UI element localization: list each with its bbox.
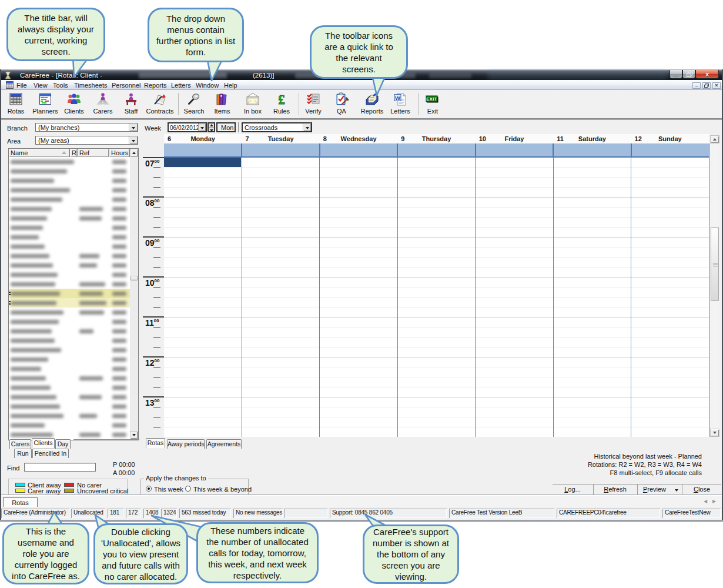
toolbar-planners-button[interactable]: Planners [30,92,61,115]
log-button[interactable]: Log... [553,485,593,495]
toolbar-staff-button[interactable]: Staff [116,92,146,115]
rotas-icon [1,92,31,107]
gutter-hour-line [143,236,164,238]
callout-text-line: the bottom of any [377,549,445,560]
toolbar-verify-button[interactable]: Verify [298,92,329,115]
scroll-down-button[interactable] [710,429,719,437]
scrollbar-thumb[interactable] [711,227,719,301]
callout-text-line: menus contain [167,24,225,35]
menu-window[interactable]: Window [195,81,220,89]
toolbar-letters-button[interactable]: WLetters [385,92,416,115]
tab-rotas[interactable]: Rotas [3,497,38,507]
close-button[interactable]: x [695,70,719,79]
gutter-hour-line [143,276,164,278]
rota-week-grid[interactable]: 6Monday7Tuesday8Wednesday9Thursday10Frid… [1,120,722,495]
close-button[interactable]: Close [682,485,721,495]
callout-text-line: respectively. [233,570,282,581]
tab-away-periods[interactable]: Away periods [167,439,205,449]
toolbar-label: Letters [385,108,416,115]
rota-document-icon[interactable] [6,81,14,89]
clients-icon [59,92,89,107]
day-name-saturday: Saturday [553,135,631,142]
gutter-quarter-tick [153,247,160,248]
scroll-right-icon[interactable]: ▶ [712,499,716,504]
window-border-left [0,69,1,522]
preview-button[interactable]: Preview [638,485,671,495]
selected-timeslot[interactable] [164,158,241,167]
menu-help[interactable]: Help [223,81,239,89]
toolbar-label: Planners [30,108,61,115]
toolbar-label: Staff [116,108,146,115]
callout-numbers: These numbers indicatethe number of unal… [196,522,319,583]
toolbar-items-button[interactable]: Items [207,92,237,115]
refresh-button[interactable]: Refresh [594,485,637,495]
gutter-quarter-tick [153,177,160,178]
gutter-quarter-tick [153,377,160,377]
menu-view[interactable]: View [32,81,49,89]
quarter-gridline [164,207,709,208]
scroll-left-icon[interactable]: ◀ [704,499,707,504]
action-buttons: Log...RefreshPreviewClose [553,484,721,494]
callout-text-line: are a quick link to [324,41,393,52]
callout-text-line: the relevant [336,52,381,64]
toolbar-carers-button[interactable]: Carers [88,92,118,115]
callout-text-line: further options in list [156,35,235,46]
grid-scrollbar[interactable] [710,135,719,437]
tab-rotas[interactable]: Rotas [146,438,165,448]
toolbar-qa-button[interactable]: QA [326,92,357,115]
hour-minutes: 00 [155,398,160,403]
toolbar-label: Verify [298,108,329,115]
toolbar-rules-button[interactable]: £Rules [266,92,297,115]
toolbar-contracts-button[interactable]: Contracts [145,92,175,115]
mdi-minimize-button[interactable]: – [692,82,701,89]
planners-icon [30,92,61,107]
gutter-quarter-tick [153,407,160,407]
minimize-button[interactable]: — [670,70,682,79]
callout-text-line: 'Unallocated', allows [101,537,180,549]
menu-tools[interactable]: Tools [52,81,69,89]
callout-text-line: The toolbar icons [325,30,393,41]
menu-file[interactable]: File [15,81,28,89]
callout-text-line: screens. [342,64,376,75]
exit-icon: EXIT [417,92,448,107]
window-border-bottom [0,520,723,522]
mdi-restore-button[interactable] [702,82,711,89]
svg-text:EXIT: EXIT [426,96,437,102]
status-unallocated[interactable]: Unallocated [71,509,105,518]
toolbar-reports-button[interactable]: Reports [357,92,387,115]
toolbar-in-box-button[interactable]: In box [237,92,268,115]
toolbar-label: Rotas [1,108,31,115]
gutter-quarter-tick [153,337,160,338]
callout-text-line: These numbers indicate [210,525,304,536]
callout-text-line: you to view present [103,549,179,560]
blurred-client-name [139,72,227,78]
scroll-up-button[interactable] [710,135,719,143]
maximize-button[interactable] [682,70,695,79]
tab-agreements[interactable]: Agreements [206,439,242,449]
gutter-quarter-tick [153,167,160,168]
button-separator [682,485,682,495]
status-empty [284,509,327,518]
grid-body[interactable] [164,158,709,437]
callout-text-line: current, working [25,35,88,46]
hour-gridline [164,317,709,318]
tab-clients[interactable]: Clients [32,438,55,448]
toolbar-rotas-button[interactable]: Rotas [1,92,31,115]
toolbar-clients-button[interactable]: Clients [59,92,89,115]
menu-letters[interactable]: Letters [170,81,192,89]
toolbar-search-button[interactable]: Search [179,92,209,115]
quarter-gridline [164,367,709,368]
preview-dropdown-button[interactable] [671,485,682,495]
menu-reports[interactable]: Reports [143,81,168,89]
mdi-close-button[interactable]: × [712,82,721,89]
quarter-gridline [164,227,709,228]
reports-icon [357,92,387,107]
callout-titlebar: The title bar, willalways display yourcu… [6,8,105,61]
callout-text-line: CareFree's support [373,526,448,537]
gutter-quarter-tick [153,417,160,417]
staff-icon [116,92,146,107]
carers-icon [88,92,118,107]
menu-personnel[interactable]: Personnel [111,81,142,89]
menu-timesheets[interactable]: Timesheets [73,81,108,89]
toolbar-exit-button[interactable]: EXITExit [417,92,448,115]
